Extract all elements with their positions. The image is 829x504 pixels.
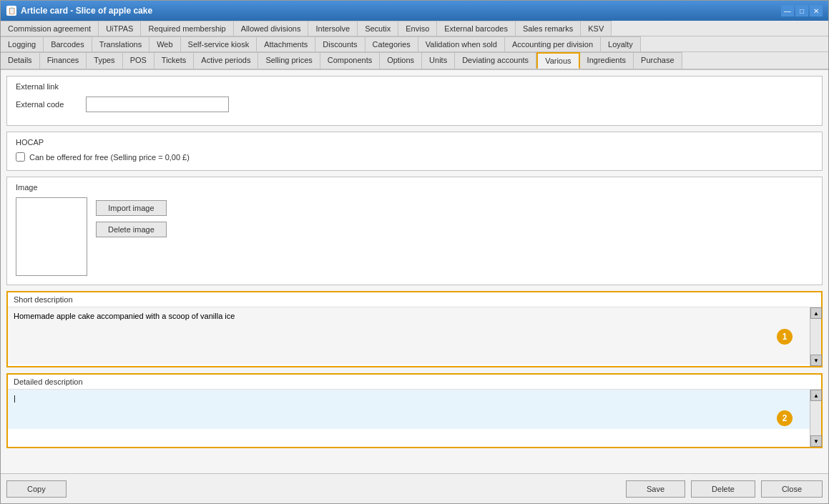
tab-enviso[interactable]: Enviso [398,21,437,36]
tab-commission-agreement[interactable]: Commission agreement [1,21,99,36]
footer-right: Save Delete Close [626,480,823,498]
tab-types[interactable]: Types [87,52,122,69]
scrollbar-down-icon[interactable]: ▼ [810,355,822,366]
restore-button[interactable]: □ [795,5,808,16]
tab-purchase[interactable]: Purchase [634,52,682,69]
tab-uitpas[interactable]: UiTPAS [99,21,141,36]
image-section: Image Import image Delete image [6,177,823,285]
tab-finances[interactable]: Finances [40,52,87,69]
detailed-description-scrollbar[interactable]: ▲ ▼ [810,390,821,447]
tab-secutix[interactable]: Secutix [358,21,398,36]
detailed-scrollbar-up-icon[interactable]: ▲ [810,390,822,401]
external-code-input[interactable] [86,97,229,112]
image-buttons: Import image Delete image [96,200,167,237]
title-controls: — □ ✕ [781,5,823,16]
free-offer-checkbox[interactable] [16,152,25,162]
detailed-description-title: Detailed description [8,375,821,390]
tab-units[interactable]: Units [422,52,455,69]
tab-active-periods[interactable]: Active periods [194,52,258,69]
minimize-button[interactable]: — [781,5,794,16]
tab-validation-when-sold[interactable]: Validation when sold [418,36,505,51]
tab-translations[interactable]: Translations [92,36,150,51]
delete-image-button[interactable]: Delete image [96,222,167,237]
short-description-textarea[interactable]: Homemade apple cake accompanied with a s… [8,307,821,365]
tab-sales-remarks[interactable]: Sales remarks [516,21,581,36]
detailed-scrollbar-down-icon[interactable]: ▼ [810,435,822,447]
tab-allowed-divisions[interactable]: Allowed divisions [234,21,309,36]
window-title: Article card - Slice of apple cake [21,6,152,16]
tab-self-service-kiosk[interactable]: Self-service kiosk [181,36,257,51]
external-code-row: External code [16,97,813,112]
image-content: Import image Delete image [16,197,813,276]
tab-attachments[interactable]: Attachments [257,36,315,51]
tab-details[interactable]: Details [1,52,40,69]
tab-external-barcodes[interactable]: External barcodes [437,21,516,36]
tab-ksv[interactable]: KSV [581,21,612,36]
tab-loyalty[interactable]: Loyalty [601,36,641,51]
tab-tickets[interactable]: Tickets [154,52,194,69]
image-preview [16,197,87,276]
tab-deviating-accounts[interactable]: Deviating accounts [455,52,536,69]
tab-selling-prices[interactable]: Selling prices [258,52,320,69]
title-bar: 📋 Article card - Slice of apple cake — □… [1,1,828,21]
tab-intersolve[interactable]: Intersolve [308,21,358,36]
copy-button[interactable]: Copy [6,480,67,498]
image-title: Image [16,183,813,192]
short-description-scrollbar[interactable]: ▲ ▼ [810,307,821,366]
content-area: External link External code HOCAP Can be… [1,70,828,473]
tab-required-membership[interactable]: Required membership [141,21,233,36]
footer-left: Copy [6,480,67,498]
tab-discounts[interactable]: Discounts [315,36,365,51]
free-offer-row: Can be offered for free (Selling price =… [16,152,813,162]
save-button[interactable]: Save [626,480,685,498]
tab-components[interactable]: Components [320,52,380,69]
tab-accounting-per-division[interactable]: Accounting per division [505,36,601,51]
tab-various[interactable]: Various [536,52,579,69]
short-description-title: Short description [8,292,821,307]
close-button[interactable]: Close [761,480,823,498]
window-icon: 📋 [6,6,16,16]
delete-button[interactable]: Delete [691,480,755,498]
main-window: 📋 Article card - Slice of apple cake — □… [0,0,829,504]
tabs-container: Commission agreement UiTPAS Required mem… [1,21,828,70]
hocap-section: HOCAP Can be offered for free (Selling p… [6,132,823,171]
footer: Copy Save Delete Close [1,473,828,503]
tab-barcodes[interactable]: Barcodes [44,36,92,51]
close-window-button[interactable]: ✕ [810,5,823,16]
scrollbar-up-icon[interactable]: ▲ [810,307,822,319]
tab-web[interactable]: Web [149,36,180,51]
tab-pos[interactable]: POS [123,52,154,69]
import-image-button[interactable]: Import image [96,200,167,216]
tab-logging[interactable]: Logging [1,36,44,51]
detailed-description-section: Detailed description | 2 ▲ ▼ [6,373,823,448]
tab-ingredients[interactable]: Ingredients [580,52,634,69]
external-code-label: External code [16,100,80,109]
free-offer-label: Can be offered for free (Selling price =… [29,153,190,162]
tab-row-3: Details Finances Types POS Tickets Activ… [1,52,828,69]
tab-row-1: Commission agreement UiTPAS Required mem… [1,21,828,36]
external-link-section: External link External code [6,76,823,126]
short-description-wrapper: Homemade apple cake accompanied with a s… [8,307,821,366]
detailed-description-wrapper: | 2 ▲ ▼ [8,390,821,447]
short-description-section: Short description Homemade apple cake ac… [6,291,823,367]
external-link-title: External link [16,82,813,91]
tab-row-2: Logging Barcodes Translations Web Self-s… [1,36,828,52]
detailed-description-textarea[interactable]: | [8,390,821,429]
title-bar-left: 📋 Article card - Slice of apple cake [6,6,152,16]
tab-options[interactable]: Options [380,52,422,69]
tab-categories[interactable]: Categories [366,36,418,51]
hocap-title: HOCAP [16,138,813,147]
